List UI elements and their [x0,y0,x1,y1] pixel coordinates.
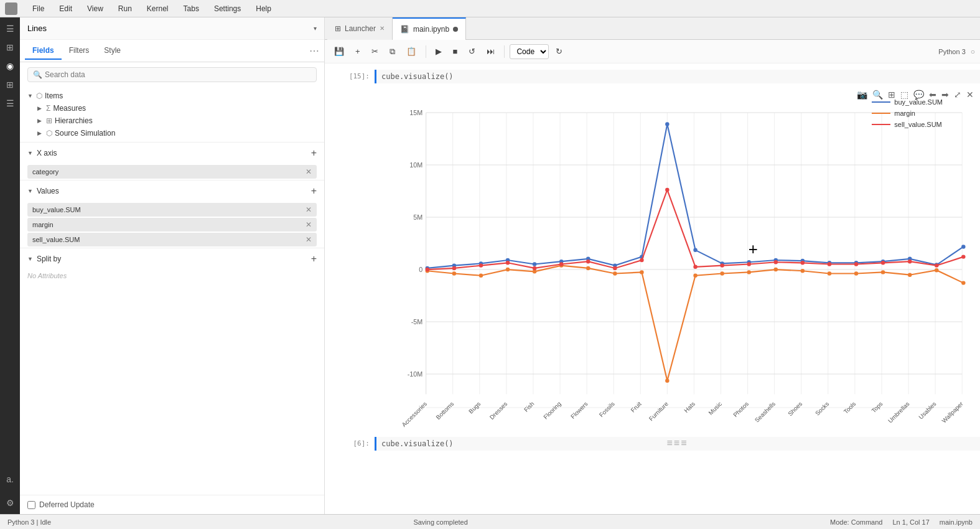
sell-dot-accessories [426,268,429,271]
svg-text:-5M: -5M [411,318,423,325]
menu-kernel[interactable]: Kernel [144,3,171,14]
crosshair-add-icon[interactable]: ⊞ [887,88,897,101]
measures-icon: Σ [46,104,50,113]
arrow-left-icon[interactable]: ⬅ [928,88,938,101]
values-header[interactable]: ▼ Values + [20,180,324,202]
cell-15-code[interactable]: cube.visualize() [375,70,980,83]
app-icon [5,2,17,15]
tab-launcher[interactable]: ⊞ Launcher ✕ [327,17,393,40]
margin-dot-music [720,271,724,275]
comment-icon[interactable]: 💬 [912,88,925,101]
split-by-add-icon[interactable]: + [311,253,317,264]
cut-button[interactable]: ✂ [367,44,383,59]
sell-value-line [427,190,964,269]
search-input[interactable] [45,70,311,79]
fast-forward-button[interactable]: ⏭ [482,44,499,59]
tab-notebook[interactable]: 📓 main.ipynb [393,17,466,40]
svg-text:Usables: Usables [917,400,938,421]
run-button[interactable]: ▶ [431,44,446,59]
sidebar-plugin-icon[interactable]: ⚙ [2,495,17,510]
tab-fields[interactable]: Fields [25,42,62,60]
measures-label: Measures [53,104,86,113]
panel-more-icon[interactable]: ⋯ [309,45,319,57]
tree-source-simulation[interactable]: ▶ ⬡ Source Simulation [20,127,324,139]
line-chart-svg: 15M 10M 5M 0 -5M -10M Accessories Bottom… [375,86,980,434]
values-add-icon[interactable]: + [311,185,317,197]
menu-help[interactable]: Help [253,3,274,14]
x-axis-add-icon[interactable]: + [311,147,317,159]
deferred-checkbox[interactable] [27,501,35,509]
cell-6-label: [6]: [325,437,375,451]
x-axis-header[interactable]: ▼ X axis + [20,143,324,164]
stop-button[interactable]: ■ [449,44,462,59]
buy-value-remove-icon[interactable]: ✕ [306,205,312,214]
arrow-right-icon[interactable]: ➡ [940,88,950,101]
tree-measures[interactable]: ▶ Σ Measures [20,102,324,115]
save-button[interactable]: 💾 [330,44,348,59]
sidebar-user-icon[interactable]: a. [2,472,17,487]
tree-root-label: Items [45,91,63,100]
split-by-label: Split by [37,255,61,263]
buy-value-label: buy_value.SUM [32,206,302,213]
chart-container[interactable]: 📷 🔍 ⊞ ⬚ 💬 ⬅ ➡ ⤢ ✕ [375,86,980,434]
copy-button[interactable]: ⧉ [385,44,399,59]
menu-run[interactable]: Run [116,3,134,14]
buy-value-tag[interactable]: buy_value.SUM ✕ [27,203,317,217]
tab-style[interactable]: Style [96,42,128,60]
split-by-section: ▼ Split by + No Attributes [20,248,324,282]
tab-filters[interactable]: Filters [62,42,97,60]
sell-dot-shoes [801,261,805,264]
sell-dot-flooring [559,262,563,266]
menu-tabs[interactable]: Tabs [181,3,202,14]
restart-button[interactable]: ↺ [464,44,480,59]
tree-root-items[interactable]: ▼ ⬡ Items [20,90,324,102]
svg-text:Accessories: Accessories [401,400,429,428]
lasso-icon[interactable]: ⬚ [899,88,910,101]
split-by-header[interactable]: ▼ Split by + [20,248,324,269]
cell-type-select[interactable]: Code [510,44,549,59]
status-bar: Python 3 | Idle Saving completed Mode: C… [0,514,980,529]
x-axis-category-tag[interactable]: category ✕ [27,165,317,179]
sidebar-data-icon[interactable]: ◉ [2,59,17,73]
cell-15-input-row: [15]: cube.visualize() [325,68,980,85]
notebook-cells: [15]: cube.visualize() 📷 🔍 ⊞ ⬚ [325,63,980,514]
simulation-label: Source Simulation [55,129,115,138]
panel-header-title: Lines [27,24,314,33]
camera-icon[interactable]: 📷 [856,88,869,101]
hierarchies-label: Hierarchies [55,116,93,125]
deferred-row: Deferred Update [20,495,324,514]
category-remove-icon[interactable]: ✕ [306,167,312,176]
main-layout: ☰ ⊞ ◉ ⊞ ☰ a. ⚙ Lines ▾ Fields Filters St… [0,17,980,514]
launcher-close-icon[interactable]: ✕ [380,25,385,32]
svg-text:5M: 5M [413,213,422,221]
sidebar-docs-icon[interactable]: ☰ [2,96,17,111]
svg-text:Wallpaper: Wallpaper [940,400,964,424]
paste-button[interactable]: 📋 [402,44,421,59]
menu-settings[interactable]: Settings [212,3,243,14]
sell-value-tag[interactable]: sell_value.SUM ✕ [27,233,317,246]
menu-file[interactable]: File [30,3,47,14]
svg-text:Music: Music [707,400,723,416]
legend-margin-line [872,113,890,114]
refresh-button[interactable]: ↻ [551,44,567,59]
margin-remove-icon[interactable]: ✕ [306,220,312,229]
menu-edit[interactable]: Edit [57,3,75,14]
svg-text:Fossils: Fossils [598,400,616,418]
close-chart-icon[interactable]: ✕ [965,88,975,101]
add-cell-button[interactable]: + [351,44,365,59]
notebook-toolbar: 💾 + ✂ ⧉ 📋 ▶ ■ ↺ ⏭ Code ↻ Python 3 ○ [325,40,980,63]
panel-header[interactable]: Lines ▾ [20,17,324,40]
launcher-icon: ⊞ [335,24,341,33]
margin-tag[interactable]: margin ✕ [27,218,317,232]
margin-dot-wallpaper [961,281,965,284]
sell-value-remove-icon[interactable]: ✕ [306,235,312,244]
sidebar-files-icon[interactable]: ☰ [2,21,17,36]
tree-hierarchies[interactable]: ▶ ⊞ Hierarchies [20,115,324,127]
sidebar-search-icon[interactable]: ⊞ [2,40,17,55]
expand-icon[interactable]: ⤢ [953,88,963,101]
sidebar-grid-icon[interactable]: ⊞ [2,77,17,92]
menu-view[interactable]: View [85,3,106,14]
x-axis-label: X axis [37,149,57,157]
deferred-label: Deferred Update [39,500,95,509]
zoom-icon[interactable]: 🔍 [871,88,884,101]
